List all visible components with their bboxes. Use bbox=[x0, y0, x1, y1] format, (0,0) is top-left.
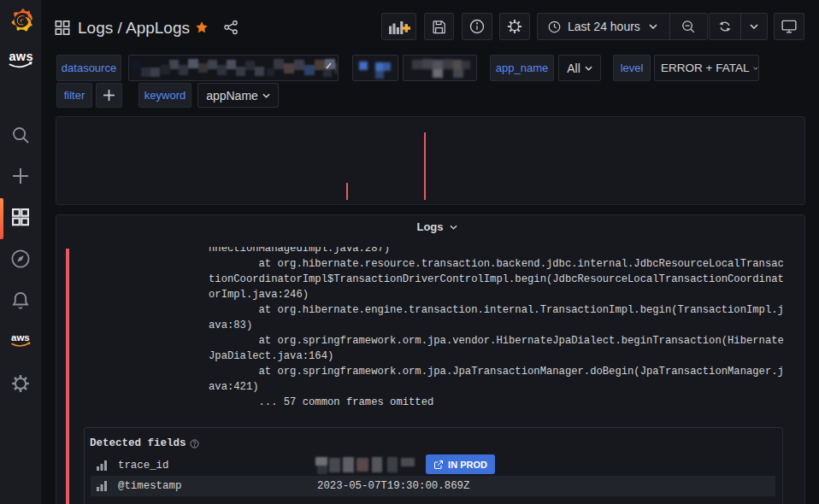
svg-text:aws: aws bbox=[11, 332, 30, 343]
svg-text:aws: aws bbox=[9, 50, 33, 63]
